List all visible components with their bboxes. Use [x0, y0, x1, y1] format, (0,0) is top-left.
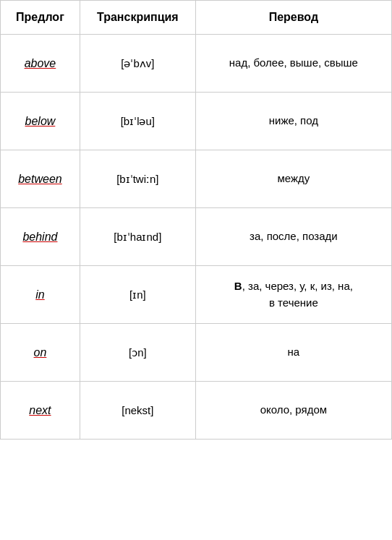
preposition-cell: above — [1, 35, 80, 93]
table-row: on [ɔn] на — [1, 324, 392, 382]
table-row: next [nekst] около, рядом — [1, 382, 392, 440]
preposition-cell: on — [1, 324, 80, 382]
translation-cell-in: В, за, через, у, к, из, на,в течение — [195, 266, 391, 324]
translation-cell: ниже, под — [195, 93, 391, 150]
preposition-word: in — [35, 288, 44, 301]
header-preposition: Предлог — [1, 1, 80, 35]
prepositions-table: Предлог Транскрипция Перевод above [əˈbʌ… — [0, 0, 392, 440]
table-row: in [ɪn] В, за, через, у, к, из, на,в теч… — [1, 266, 392, 324]
preposition-cell: in — [1, 266, 80, 324]
table-row: below [bɪˈləu] ниже, под — [1, 93, 392, 150]
in-translation-bold: В — [234, 280, 242, 292]
transcription-cell: [ɪn] — [80, 266, 195, 324]
translation-cell: между — [195, 150, 391, 208]
header-translation: Перевод — [195, 1, 391, 35]
table-row: above [əˈbʌv] над, более, выше, свыше — [1, 35, 392, 93]
preposition-word: next — [29, 404, 51, 416]
in-translation-rest: , за, через, у, к, из, на,в течение — [242, 280, 353, 309]
translation-cell: на — [195, 324, 391, 382]
translation-cell: над, более, выше, свыше — [195, 35, 391, 93]
preposition-cell: between — [1, 150, 80, 208]
transcription-cell: [əˈbʌv] — [80, 35, 195, 93]
transcription-cell: [bɪˈləu] — [80, 93, 195, 150]
preposition-cell: next — [1, 382, 80, 440]
preposition-word: behind — [22, 231, 57, 243]
preposition-cell: below — [1, 93, 80, 150]
translation-cell: за, после, позади — [195, 208, 391, 266]
preposition-word: below — [25, 115, 56, 127]
preposition-word: above — [25, 57, 56, 69]
preposition-word: on — [34, 346, 47, 359]
header-transcription: Транскрипция — [80, 1, 195, 35]
transcription-cell: [bɪˈtwiːn] — [80, 150, 195, 208]
translation-cell: около, рядом — [195, 382, 391, 440]
table-row: between [bɪˈtwiːn] между — [1, 150, 392, 208]
table-row: behind [bɪˈhaɪnd] за, после, позади — [1, 208, 392, 266]
transcription-cell: [bɪˈhaɪnd] — [80, 208, 195, 266]
preposition-word: between — [18, 173, 62, 185]
transcription-cell: [ɔn] — [80, 324, 195, 382]
transcription-cell: [nekst] — [80, 382, 195, 440]
preposition-cell: behind — [1, 208, 80, 266]
